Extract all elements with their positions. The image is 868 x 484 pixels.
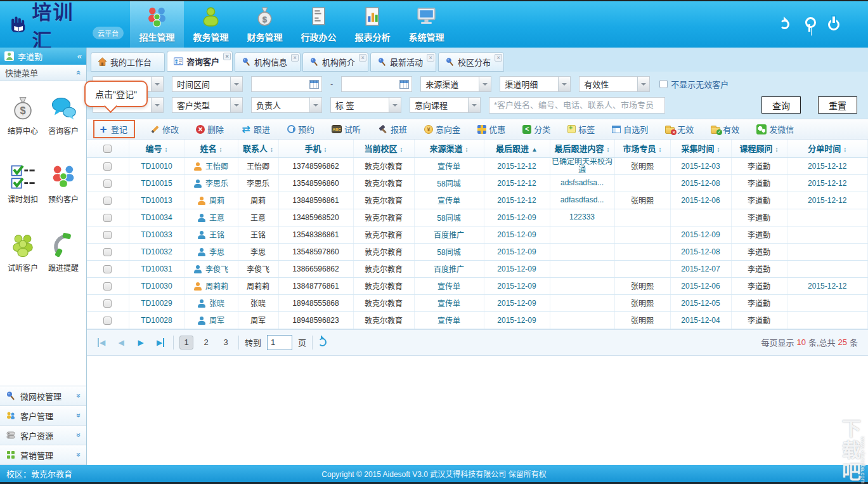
- calendar-icon[interactable]: [399, 80, 409, 89]
- close-icon[interactable]: ×: [495, 54, 502, 62]
- quick-item-consult-customer[interactable]: 咨询客户: [44, 95, 82, 136]
- toolbar-button[interactable]: 修改: [147, 121, 181, 137]
- quick-item-reserved-customer[interactable]: 预约客户: [44, 164, 82, 204]
- nav-reports[interactable]: 报表分析: [346, 1, 399, 48]
- table-row[interactable]: TD10015 李思乐 李思乐 13548596860 敦克尔教育 58同城 2…: [87, 174, 868, 192]
- tab-consult-customer[interactable]: 咨询客户 ×: [167, 51, 233, 72]
- select-all-header[interactable]: [87, 140, 129, 157]
- source-channel-dropdown[interactable]: 来源渠道: [420, 76, 491, 92]
- toolbar-button[interactable]: 意向金: [422, 121, 463, 137]
- validity-dropdown[interactable]: 有效性: [579, 76, 650, 92]
- quick-menu-header[interactable]: 快捷菜单 «: [0, 65, 86, 81]
- quick-item-trial-customer[interactable]: 试听客户: [4, 232, 42, 273]
- date-to-input[interactable]: [341, 76, 412, 92]
- section-marketing[interactable]: 营销管理 «: [0, 445, 86, 465]
- column-header[interactable]: 手机↕: [278, 140, 353, 157]
- tab-campus-distribution[interactable]: 校区分布 ×: [438, 52, 504, 72]
- channel-detail-dropdown[interactable]: 渠道明细: [500, 76, 571, 92]
- sort-icon[interactable]: ↕: [843, 146, 846, 153]
- column-header[interactable]: 编号↕: [129, 140, 185, 157]
- row-checkbox[interactable]: [103, 197, 112, 205]
- row-checkbox[interactable]: [103, 231, 112, 239]
- column-header[interactable]: 当前校区↕: [353, 140, 414, 157]
- page-number[interactable]: 3: [219, 336, 233, 350]
- sort-icon[interactable]: ▲: [531, 146, 538, 153]
- column-header[interactable]: 采集时间↕: [670, 140, 731, 157]
- quick-item-settlement[interactable]: $ 结算中心: [4, 95, 42, 136]
- column-header[interactable]: 来源渠道↕: [414, 140, 484, 157]
- column-header[interactable]: 姓名↕: [185, 140, 238, 157]
- row-checkbox[interactable]: [103, 265, 112, 273]
- row-checkbox[interactable]: [103, 317, 112, 325]
- close-icon[interactable]: ×: [427, 54, 434, 62]
- sort-icon[interactable]: ↕: [324, 146, 327, 153]
- column-header[interactable]: 课程顾问↕: [731, 140, 787, 157]
- toolbar-button[interactable]: 分类: [520, 121, 553, 137]
- row-checkbox[interactable]: [103, 180, 112, 188]
- column-header[interactable]: 最后跟进▲: [484, 140, 550, 157]
- next-page-button[interactable]: [134, 336, 148, 350]
- nav-academic[interactable]: 教务管理: [184, 1, 238, 48]
- date-from-input[interactable]: [251, 76, 322, 92]
- user-bar[interactable]: 李道勤 «: [0, 48, 86, 65]
- column-header[interactable]: 联系人↕: [238, 140, 278, 157]
- close-icon[interactable]: ×: [291, 54, 299, 62]
- row-checkbox[interactable]: [103, 299, 112, 308]
- row-checkbox[interactable]: [103, 282, 112, 291]
- table-row[interactable]: TD10033 王铭 王铭 13548386861 敦克尔教育 百度推广 201…: [87, 226, 868, 243]
- table-row[interactable]: TD10034 王意 王意 13485968520 敦克尔教育 58同城 201…: [87, 209, 868, 226]
- column-header[interactable]: 最后跟进内容↕: [550, 140, 614, 157]
- table-row[interactable]: TD10028 周军 周军 18948596823 敦克尔教育 宣传单 2015…: [87, 311, 868, 329]
- tab-org-info[interactable]: 机构信息 ×: [235, 52, 301, 72]
- column-header[interactable]: 市场专员↕: [614, 140, 670, 157]
- quick-item-follow-reminder[interactable]: 跟进提醒: [44, 232, 82, 273]
- search-input[interactable]: [489, 97, 665, 114]
- nav-finance[interactable]: $ 财务管理: [238, 1, 292, 48]
- customer-type-dropdown[interactable]: 客户类型: [172, 97, 243, 113]
- close-icon[interactable]: ×: [223, 53, 231, 60]
- sort-icon[interactable]: ↕: [717, 146, 720, 153]
- table-row[interactable]: TD10010 王怡卿 王怡卿 13748596862 敦克尔教育 宣传单 20…: [87, 157, 868, 174]
- time-range-dropdown[interactable]: 时间区间: [172, 76, 243, 92]
- toolbar-button[interactable]: 标签: [565, 121, 597, 137]
- table-row[interactable]: TD10029 张晓 张晓 18948555868 敦克尔教育 宣传单 2015…: [87, 294, 868, 311]
- sort-icon[interactable]: ↕: [775, 146, 779, 153]
- last-page-button[interactable]: [153, 336, 167, 350]
- page-number[interactable]: 1: [179, 336, 193, 350]
- sort-icon[interactable]: ↕: [270, 146, 273, 153]
- toolbar-button[interactable]: 发微信: [754, 121, 796, 137]
- toolbar-button[interactable]: 试听: [329, 121, 363, 137]
- toolbar-button[interactable]: 报班: [375, 121, 410, 137]
- section-customer-resources[interactable]: 客户资源 «: [0, 426, 86, 445]
- nav-system[interactable]: 系统管理: [399, 1, 453, 48]
- sort-icon[interactable]: ↕: [659, 146, 662, 153]
- table-row[interactable]: TD10032 李思 李思 13548597860 敦克尔教育 58同城 201…: [87, 243, 868, 260]
- first-page-button[interactable]: [94, 336, 108, 350]
- power-icon[interactable]: [828, 19, 839, 30]
- toolbar-button[interactable]: 自选列: [609, 121, 651, 137]
- prev-page-button[interactable]: [114, 336, 128, 350]
- select-all-checkbox[interactable]: [103, 145, 112, 153]
- row-checkbox[interactable]: [103, 214, 112, 222]
- toolbar-button[interactable]: 登记: [93, 120, 135, 138]
- toolbar-button[interactable]: 优惠: [475, 121, 508, 137]
- toolbar-button[interactable]: 无效: [663, 121, 696, 137]
- toolbar-button[interactable]: 有效: [708, 121, 742, 137]
- sort-icon[interactable]: ↕: [219, 146, 223, 153]
- row-checkbox[interactable]: [103, 248, 112, 256]
- row-checkbox[interactable]: [103, 162, 112, 171]
- intent-course-dropdown[interactable]: 意向课程: [410, 97, 481, 113]
- refresh-icon[interactable]: [780, 20, 789, 29]
- tab-latest-activity[interactable]: 最新活动 ×: [370, 52, 436, 72]
- query-button[interactable]: 查询: [761, 96, 801, 114]
- reset-button[interactable]: 重置: [818, 96, 857, 114]
- calendar-icon[interactable]: [309, 80, 319, 89]
- sort-icon[interactable]: ↕: [165, 146, 168, 153]
- close-icon[interactable]: ×: [359, 54, 366, 62]
- column-header[interactable]: 分单时间↕: [787, 140, 868, 157]
- toolbar-button[interactable]: 预约: [285, 121, 317, 137]
- section-customer-mgmt[interactable]: 客户管理 «: [0, 406, 86, 426]
- owner-dropdown[interactable]: 负责人: [251, 97, 322, 113]
- tab-my-workbench[interactable]: 我的工作台: [91, 52, 165, 72]
- goto-page-input[interactable]: [267, 335, 292, 350]
